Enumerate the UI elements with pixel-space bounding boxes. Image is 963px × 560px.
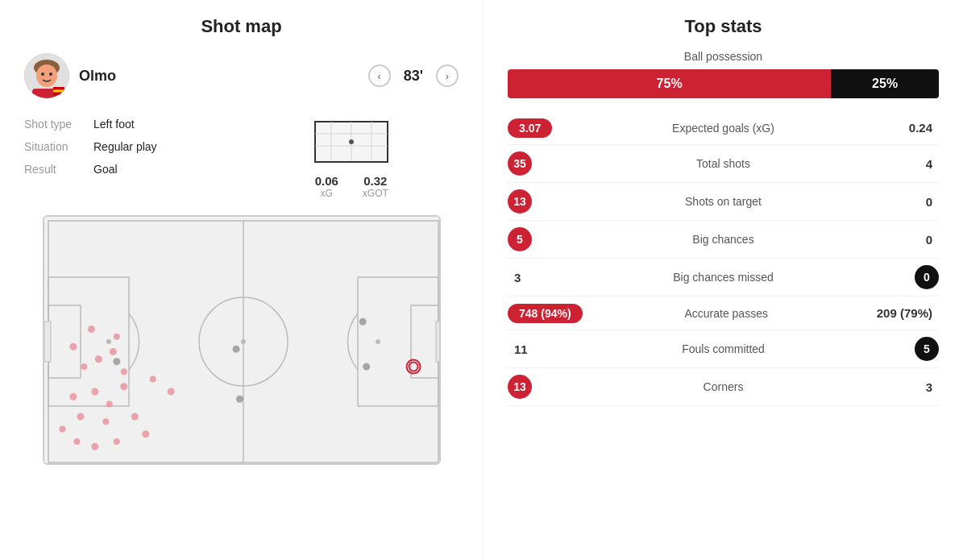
- svg-point-50: [91, 443, 98, 450]
- stat-home-value: 35: [508, 151, 572, 176]
- situation-label: Situation: [24, 140, 81, 153]
- player-name: Olmo: [79, 68, 359, 85]
- svg-point-52: [113, 358, 120, 365]
- shot-map-title: Shot map: [24, 16, 459, 37]
- xgot-value: 0.32: [363, 174, 388, 188]
- svg-point-2: [36, 64, 57, 87]
- stat-away-value: 0: [874, 230, 939, 250]
- svg-point-51: [59, 426, 65, 433]
- stat-label: Accurate passes: [589, 307, 864, 320]
- next-button[interactable]: ›: [436, 64, 459, 87]
- svg-point-47: [149, 376, 156, 383]
- svg-point-17: [349, 139, 354, 144]
- svg-point-43: [113, 334, 119, 340]
- shot-type-row: Shot type Left foot: [24, 118, 239, 131]
- shot-left: Shot type Left foot Situation Regular pl…: [24, 118, 239, 199]
- svg-point-30: [376, 339, 380, 344]
- goal-diagram: [307, 118, 396, 166]
- svg-point-54: [236, 396, 243, 403]
- svg-point-34: [109, 348, 116, 355]
- stat-home-value: 13: [508, 189, 572, 214]
- xgot-item: 0.32 xGOT: [363, 174, 388, 199]
- stat-away-value: 0: [874, 265, 939, 289]
- stat-row: 11Fouls committed5: [508, 330, 939, 368]
- stat-label: Total shots: [579, 157, 868, 170]
- svg-point-45: [113, 438, 119, 445]
- svg-rect-7: [53, 87, 64, 89]
- prev-button[interactable]: ‹: [368, 64, 391, 87]
- stat-home-value: 748 (94%): [508, 304, 583, 323]
- stat-away-value: 0.24: [874, 118, 939, 138]
- svg-rect-22: [44, 321, 51, 362]
- result-row: Result Goal: [24, 163, 239, 176]
- xgot-label: xGOT: [363, 188, 388, 199]
- svg-point-56: [363, 363, 370, 371]
- stat-away-value: 4: [874, 154, 939, 174]
- svg-point-38: [106, 401, 112, 408]
- svg-point-32: [81, 363, 87, 370]
- svg-point-33: [94, 355, 102, 363]
- xg-label: xG: [315, 188, 338, 199]
- stat-label: Fouls committed: [579, 342, 868, 355]
- svg-point-37: [91, 388, 98, 396]
- svg-point-3: [41, 73, 44, 76]
- svg-point-49: [73, 438, 80, 445]
- svg-point-31: [69, 343, 77, 351]
- avatar: [24, 53, 69, 98]
- stats-table: 3.07Expected goals (xG)0.2435Total shots…: [508, 111, 939, 406]
- xg-item: 0.06 xG: [315, 174, 338, 199]
- stat-label: Corners: [579, 380, 868, 393]
- stat-away-value: 209 (79%): [870, 303, 939, 323]
- stat-row: 13Corners3: [508, 368, 939, 406]
- stat-label: Big chances: [579, 233, 868, 246]
- svg-point-42: [131, 413, 138, 421]
- stat-home-value: 13: [508, 375, 572, 399]
- stat-row: 748 (94%)Accurate passes209 (79%): [508, 297, 939, 330]
- situation-row: Situation Regular play: [24, 140, 239, 153]
- stat-away-value: 3: [874, 377, 939, 397]
- stat-away-value: 0: [874, 192, 939, 212]
- stat-row: 13Shots on target0: [508, 183, 939, 221]
- stat-away-value: 5: [874, 337, 939, 361]
- svg-point-28: [241, 339, 246, 344]
- possession-section: Ball possession 75% 25%: [508, 50, 939, 98]
- stat-label: Shots on target: [579, 195, 868, 208]
- shot-type-value: Left foot: [93, 118, 135, 131]
- top-stats-title: Top stats: [508, 16, 939, 37]
- left-panel: Shot map: [0, 0, 484, 560]
- xg-value: 0.06: [315, 174, 338, 188]
- xg-row: 0.06 xG 0.32 xGOT: [315, 174, 388, 199]
- svg-point-29: [106, 339, 111, 344]
- possession-label: Ball possession: [508, 50, 939, 63]
- result-value: Goal: [93, 163, 118, 176]
- svg-point-44: [87, 326, 94, 333]
- svg-point-39: [120, 383, 127, 390]
- shot-type-label: Shot type: [24, 118, 81, 131]
- stat-label: Big chances missed: [579, 271, 868, 284]
- stat-home-value: 3.07: [508, 118, 572, 138]
- svg-rect-9: [53, 93, 64, 95]
- possession-bar: 75% 25%: [508, 69, 939, 98]
- stat-home-value: 5: [508, 227, 572, 251]
- svg-point-55: [359, 318, 366, 326]
- result-label: Result: [24, 163, 81, 176]
- svg-rect-8: [53, 89, 64, 92]
- svg-rect-25: [436, 321, 441, 362]
- shot-details: Shot type Left foot Situation Regular pl…: [24, 118, 459, 199]
- stat-row: 3.07Expected goals (xG)0.24: [508, 111, 939, 145]
- svg-point-41: [102, 418, 109, 425]
- svg-point-40: [77, 413, 84, 421]
- svg-point-4: [49, 73, 52, 76]
- player-header: Olmo ‹ 83' ›: [24, 53, 459, 98]
- svg-point-46: [142, 430, 149, 438]
- possession-home-value: 75%: [508, 69, 831, 98]
- stat-row: 3Big chances missed0: [508, 259, 939, 297]
- svg-point-35: [120, 368, 127, 375]
- svg-point-53: [232, 346, 239, 353]
- svg-point-36: [69, 393, 77, 400]
- shot-map-field: [43, 215, 441, 465]
- minute-badge: 83': [404, 68, 423, 85]
- nav-controls: ‹ 83' ›: [368, 64, 459, 87]
- shot-right: 0.06 xG 0.32 xGOT: [245, 118, 459, 199]
- stat-row: 5Big chances0: [508, 221, 939, 259]
